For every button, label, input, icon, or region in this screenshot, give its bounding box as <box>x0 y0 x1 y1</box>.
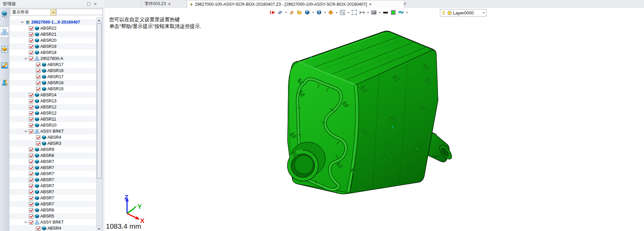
tree-row[interactable]: ASSY BRKT <box>9 128 96 134</box>
tree-row[interactable]: ABSR6 <box>9 207 96 213</box>
tree-row[interactable]: ABSR7 <box>9 171 96 177</box>
visibility-checkbox[interactable] <box>29 208 33 212</box>
tree-row[interactable]: ABSR7 <box>9 177 96 183</box>
tree-row[interactable]: ABSR17 <box>9 62 96 68</box>
tree-row[interactable]: ABSR5 <box>9 213 96 219</box>
tree-filter-dropdown[interactable]: 显示所有 <box>10 9 56 16</box>
dropdown-caret-icon[interactable] <box>347 9 350 16</box>
tree-row[interactable]: ABSR20 <box>9 37 96 43</box>
section-view-icon[interactable] <box>316 9 322 16</box>
tree-row[interactable]: ABSR8 <box>9 153 96 159</box>
dropdown-caret-icon[interactable] <box>378 9 381 16</box>
visibility-checkbox[interactable] <box>29 184 33 188</box>
tree-row[interactable]: ABSR14 <box>9 92 96 98</box>
visibility-checkbox[interactable] <box>29 190 33 194</box>
visibility-checkbox[interactable] <box>29 99 33 103</box>
visibility-checkbox[interactable] <box>36 135 40 140</box>
view-plane-icon[interactable] <box>277 9 283 16</box>
tree-row[interactable]: ABSR12 <box>9 104 96 110</box>
chevron-down-icon[interactable] <box>24 129 28 133</box>
new-tab-button[interactable]: + <box>402 1 408 7</box>
dropdown-caret-icon[interactable] <box>312 9 315 16</box>
tab-part003[interactable]: 零件003.Z3 × <box>141 0 188 8</box>
tree-row[interactable]: ABSR7 <box>9 201 96 207</box>
scroll-down-icon[interactable] <box>97 226 102 231</box>
tab-close-icon[interactable]: × <box>369 2 372 7</box>
history-manager-icon[interactable] <box>0 26 9 38</box>
visibility-checkbox[interactable] <box>29 160 33 164</box>
visibility-checkbox[interactable] <box>29 154 33 158</box>
wireframe-icon[interactable] <box>327 9 334 16</box>
visibility-checkbox[interactable] <box>29 178 33 182</box>
visibility-checkbox[interactable] <box>36 69 40 73</box>
visibility-checkbox[interactable] <box>29 44 33 49</box>
visibility-checkbox[interactable] <box>29 105 33 109</box>
visibility-checkbox[interactable] <box>29 129 33 134</box>
visibility-checkbox[interactable] <box>29 38 33 43</box>
chevron-down-icon[interactable] <box>20 20 24 24</box>
visibility-checkbox[interactable] <box>29 172 33 176</box>
scroll-up-icon[interactable] <box>97 18 102 23</box>
dropdown-caret-icon[interactable] <box>323 9 326 16</box>
texture-icon[interactable] <box>398 9 404 16</box>
model-scr-box[interactable] <box>284 27 452 202</box>
visibility-checkbox[interactable] <box>29 147 33 152</box>
visibility-checkbox[interactable] <box>29 51 33 55</box>
dropdown-caret-icon[interactable] <box>405 9 408 16</box>
visibility-checkbox[interactable] <box>29 202 33 206</box>
visibility-checkbox[interactable] <box>36 63 40 67</box>
tree-row[interactable]: ABSR17 <box>9 74 96 80</box>
scrollbar-thumb[interactable] <box>97 24 102 178</box>
visibility-checkbox[interactable] <box>29 196 33 200</box>
tree-row[interactable]: ABSR7 <box>9 183 96 189</box>
visibility-checkbox[interactable] <box>29 123 33 128</box>
open-box-icon[interactable] <box>296 9 303 16</box>
chevron-down-icon[interactable] <box>482 9 485 16</box>
chevron-down-icon[interactable] <box>24 57 28 61</box>
visibility-checkbox[interactable] <box>29 220 33 225</box>
dropdown-caret-icon[interactable] <box>284 9 287 16</box>
tree-row[interactable]: ABSR22 <box>9 25 96 31</box>
visibility-checkbox[interactable] <box>36 75 40 79</box>
visibility-checkbox[interactable] <box>36 81 40 85</box>
visibility-checkbox[interactable] <box>29 117 33 122</box>
dropdown-caret-icon[interactable] <box>335 9 338 16</box>
visibility-checkbox[interactable] <box>29 93 33 97</box>
close-panel-icon[interactable]: × <box>93 2 97 6</box>
tree-row[interactable]: 29627000-1...X-20160407 <box>9 19 96 25</box>
chevron-down-icon[interactable] <box>50 9 56 15</box>
visibility-checkbox[interactable] <box>29 26 33 31</box>
3d-viewport[interactable]: Layer0000 您可以在自定义设置里设置热键 单击"帮助/显示提示"按钮来取… <box>105 8 644 231</box>
layer-dropdown[interactable]: Layer0000 <box>440 9 486 16</box>
face-color-icon[interactable] <box>390 9 397 16</box>
tree-row[interactable]: ABSR12 <box>9 110 96 116</box>
line-color-icon[interactable] <box>382 9 389 16</box>
tree-row[interactable]: ABSR7 <box>9 195 96 201</box>
tree-row[interactable]: ABSR18 <box>9 50 96 56</box>
tree-row[interactable]: ABSR7 <box>9 165 96 171</box>
exit-back-icon[interactable] <box>269 9 276 16</box>
visibility-checkbox[interactable] <box>29 32 33 37</box>
tab-assy-scr-box[interactable]: + 29627000-100-ASSY-SCR-BOX-20160407.Z3 … <box>187 0 404 9</box>
render-manager-icon[interactable] <box>0 60 9 71</box>
visibility-checkbox[interactable] <box>36 141 40 146</box>
tree-row[interactable]: ABSR4 <box>9 134 96 140</box>
tree-scrollbar[interactable] <box>96 18 103 231</box>
visual-manager-icon[interactable] <box>0 44 9 55</box>
tree-row[interactable]: ASSY BRKT <box>9 219 96 225</box>
shaded-display-icon[interactable] <box>370 9 377 16</box>
tree-row[interactable]: ABSR11 <box>9 116 96 122</box>
dropdown-caret-icon[interactable] <box>366 9 369 16</box>
visibility-checkbox[interactable] <box>29 166 33 170</box>
dimension-width-icon[interactable] <box>359 9 365 16</box>
tree-row[interactable]: ABSR19 <box>9 43 96 50</box>
tree-row[interactable]: ABSR21 <box>9 31 96 37</box>
visibility-checkbox[interactable] <box>29 57 33 61</box>
visibility-checkbox[interactable] <box>36 87 40 91</box>
tree-row[interactable]: ABSR10 <box>9 122 96 128</box>
solid-cube-icon[interactable] <box>304 9 311 16</box>
select-box-icon[interactable] <box>351 9 358 16</box>
tree-search-input[interactable] <box>56 9 105 15</box>
visibility-checkbox[interactable] <box>36 226 40 231</box>
tree-row[interactable]: ABSR7 <box>9 189 96 195</box>
